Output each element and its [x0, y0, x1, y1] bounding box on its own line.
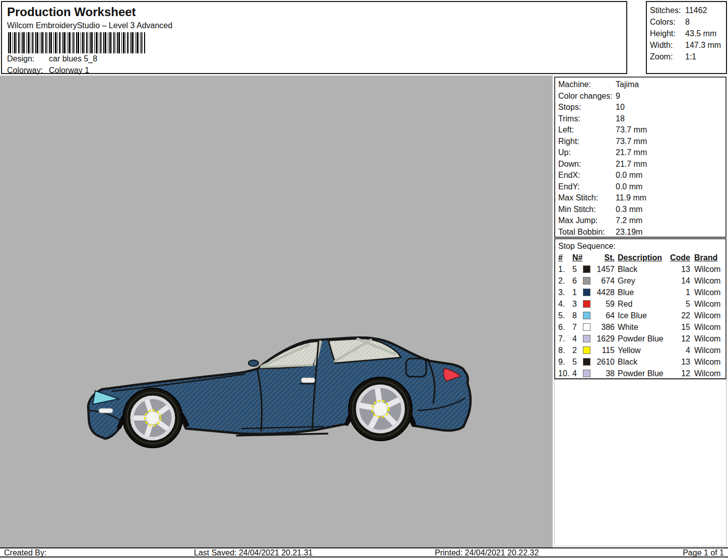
summary-row: Colors:8 [647, 16, 726, 28]
summary-label: Colors: [650, 16, 676, 28]
summary-label: Height: [650, 28, 676, 39]
design-value: car blues 5_8 [49, 54, 97, 63]
embroidery-car-design [86, 330, 474, 456]
barcode-icon [8, 32, 145, 53]
info-value: 11.9 mm [616, 192, 646, 204]
app-subtitle: Wilcom EmbroideryStudio – Level 3 Advanc… [7, 21, 172, 30]
colorway-row: Colorway: Colorway 1 [7, 66, 43, 75]
info-label: Max Stitch: [558, 192, 598, 204]
stop-sequence-row: 1.51457Black13Wilcom [555, 263, 725, 275]
color-swatch [583, 265, 590, 273]
stop-sequence-row: 5.864Ice Blue22Wilcom [555, 310, 725, 321]
machine-info-row: Total Bobbin:23.19m [555, 227, 725, 238]
color-swatch [583, 300, 590, 308]
info-label: Left: [558, 124, 574, 136]
stop-sequence-row: 8.2115Yellow4Wilcom [555, 344, 725, 356]
info-label: EndX: [558, 170, 580, 181]
info-label: Color changes: [558, 91, 613, 102]
stop-sequence-row: 3.14428Blue1Wilcom [555, 287, 725, 298]
color-swatch [583, 358, 590, 366]
design-row: Design: car blues 5_8 [7, 54, 34, 63]
col-brand: Brand [694, 252, 717, 263]
info-label: Down: [558, 159, 581, 170]
info-label: Trims: [558, 113, 580, 125]
summary-row: Width:147.3 mm [647, 39, 726, 51]
machine-info-row: Max Jump:7.2 mm [555, 215, 725, 227]
info-label: Min Stitch: [558, 204, 596, 216]
stop-sequence-row: 6.7386White15Wilcom [555, 321, 725, 333]
info-value: 0.0 mm [616, 181, 642, 193]
machine-info-row: EndY:0.0 mm [555, 181, 725, 193]
info-value: 73.7 mm [616, 124, 647, 136]
stop-sequence-box: Stop Sequence: # N# St. Description Code… [554, 238, 726, 379]
color-swatch [583, 335, 590, 342]
col-stitches: St. [590, 252, 615, 263]
info-panel: Machine:Tajima Color changes:9 Stops:10 … [553, 76, 728, 547]
color-swatch [583, 323, 590, 331]
stop-sequence-row: 2.6674Grey14Wilcom [555, 275, 725, 287]
info-value: 10 [616, 102, 625, 113]
door-handle [300, 378, 315, 384]
side-mirror [248, 360, 258, 366]
machine-info-row: Left:73.7 mm [555, 124, 725, 136]
stop-sequence-row: 4.359Red5Wilcom [555, 298, 725, 310]
info-label: EndY: [558, 181, 580, 193]
info-label: Machine: [558, 79, 591, 91]
header-box: Production Worksheet Wilcom EmbroiderySt… [1, 1, 627, 74]
stop-sequence-title: Stop Sequence: [555, 240, 725, 252]
last-saved: Last Saved: 24/04/2021 20.21.31 [194, 549, 313, 557]
machine-info-row: Color changes:9 [555, 91, 725, 102]
stop-sequence-row: 10.438Powder Blue12Wilcom [555, 368, 725, 379]
info-label: Total Bobbin: [558, 227, 605, 238]
summary-value: 8 [685, 16, 690, 28]
summary-row: Stitches:11462 [647, 5, 726, 16]
color-swatch [583, 289, 590, 296]
stop-sequence-row: 7.41629Powder Blue12Wilcom [555, 333, 725, 344]
machine-info-row: Min Stitch:0.3 mm [555, 204, 725, 216]
stop-sequence-header: # N# St. Description Code Brand [555, 252, 725, 263]
info-value: 9 [616, 91, 620, 102]
info-value: 0.3 mm [616, 204, 642, 216]
info-value: 23.19m [616, 227, 642, 238]
info-value: 21.7 mm [616, 147, 647, 159]
info-value: 7.2 mm [616, 215, 642, 227]
page-number: Page 1 of 1 [683, 549, 724, 557]
summary-value: 11462 [685, 5, 707, 16]
created-by: Created By: [4, 549, 46, 557]
machine-info-row: Down:21.7 mm [555, 159, 725, 170]
design-label: Design: [7, 54, 34, 63]
color-swatch [583, 346, 590, 354]
info-label: Stops: [558, 102, 581, 113]
machine-info-row: Up:21.7 mm [555, 147, 725, 159]
color-swatch [583, 312, 590, 319]
machine-info-box: Machine:Tajima Color changes:9 Stops:10 … [554, 77, 726, 238]
summary-label: Stitches: [650, 5, 681, 16]
info-label: Right: [558, 136, 579, 148]
printed: Printed: 24/04/2021 20.22.32 [435, 549, 539, 557]
summary-label: Zoom: [650, 51, 673, 62]
rear-wheel [349, 377, 412, 441]
info-label: Max Jump: [558, 215, 598, 227]
summary-row: Height:43.5 mm [647, 28, 726, 39]
summary-row: Zoom:1:1 [647, 51, 726, 62]
machine-info-row: Trims:18 [555, 113, 725, 125]
col-num: # [558, 252, 563, 263]
machine-info-row: Right:73.7 mm [555, 136, 725, 148]
summary-value: 147.3 mm [685, 39, 721, 51]
summary-label: Width: [650, 39, 673, 51]
footer-bar: Created By: Last Saved: 24/04/2021 20.21… [0, 547, 728, 557]
color-swatch [583, 370, 590, 377]
machine-info-row: Machine:Tajima [555, 79, 725, 91]
machine-info-row: Stops:10 [555, 102, 725, 113]
notes-empty-box [554, 379, 726, 546]
colorway-value: Colorway 1 [49, 66, 89, 75]
front-marker-light [99, 408, 113, 413]
summary-value: 1:1 [685, 51, 696, 62]
info-value: Tajima [616, 79, 639, 91]
design-canvas [0, 76, 553, 547]
machine-info-row: Max Stitch:11.9 mm [555, 192, 725, 204]
col-description: Description [618, 252, 662, 263]
col-needle: N# [572, 252, 582, 263]
page-title: Production Worksheet [7, 5, 136, 19]
color-swatch [583, 277, 590, 285]
